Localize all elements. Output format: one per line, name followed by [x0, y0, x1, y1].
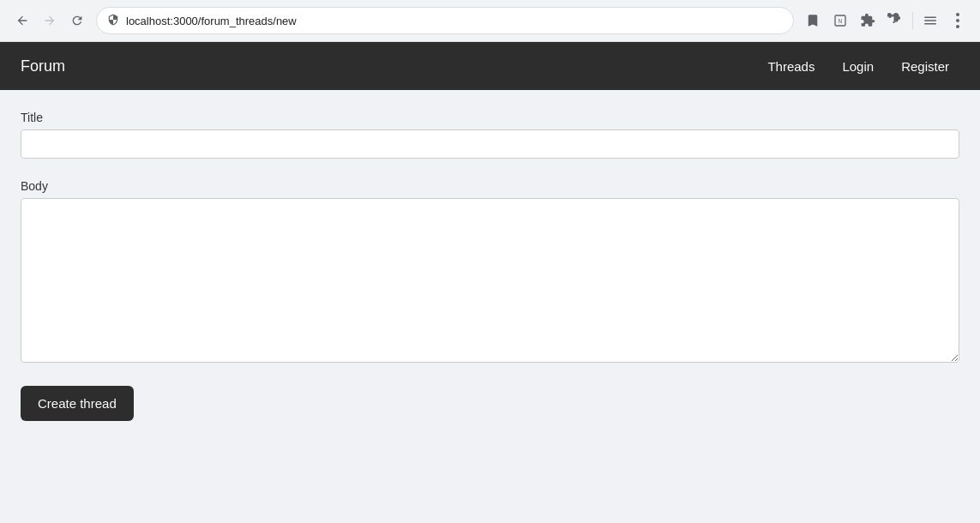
svg-point-3 [956, 19, 959, 22]
threads-nav-link[interactable]: Threads [757, 52, 825, 81]
sidebar-toggle-button[interactable] [918, 9, 942, 33]
address-bar[interactable]: localhost:3000/forum_threads/new [96, 7, 794, 34]
title-input[interactable] [21, 129, 959, 159]
menu-button[interactable] [946, 9, 970, 33]
title-label: Title [21, 111, 959, 124]
secure-icon [107, 14, 119, 28]
register-nav-link[interactable]: Register [891, 52, 959, 81]
login-nav-link[interactable]: Login [832, 52, 884, 81]
svg-point-4 [956, 25, 959, 28]
reload-button[interactable] [65, 9, 89, 33]
forward-button[interactable] [38, 9, 62, 33]
bookmark-button[interactable] [801, 9, 825, 33]
toolbar-divider [912, 12, 913, 29]
create-thread-button[interactable]: Create thread [21, 386, 134, 421]
browser-toolbar: localhost:3000/forum_threads/new N [0, 0, 980, 41]
extensions-button[interactable] [856, 9, 880, 33]
svg-text:N: N [839, 18, 843, 24]
navbar-links: Threads Login Register [757, 52, 959, 81]
body-label: Body [21, 179, 959, 193]
nav-buttons [10, 9, 89, 33]
notion-extension-button[interactable]: N [828, 9, 852, 33]
browser-chrome: localhost:3000/forum_threads/new N [0, 0, 980, 42]
brand-link[interactable]: Forum [21, 57, 65, 75]
browser-actions: N [801, 9, 970, 33]
body-form-group: Body [21, 179, 959, 365]
main-content: Title Body Create thread [0, 90, 980, 442]
back-button[interactable] [10, 9, 34, 33]
puzzle-extension-button[interactable] [883, 9, 907, 33]
address-text: localhost:3000/forum_threads/new [126, 15, 783, 27]
title-form-group: Title [21, 111, 959, 159]
body-textarea[interactable] [21, 198, 959, 363]
app-navbar: Forum Threads Login Register [0, 42, 980, 90]
svg-point-2 [956, 13, 959, 16]
create-thread-form: Title Body Create thread [21, 111, 959, 421]
